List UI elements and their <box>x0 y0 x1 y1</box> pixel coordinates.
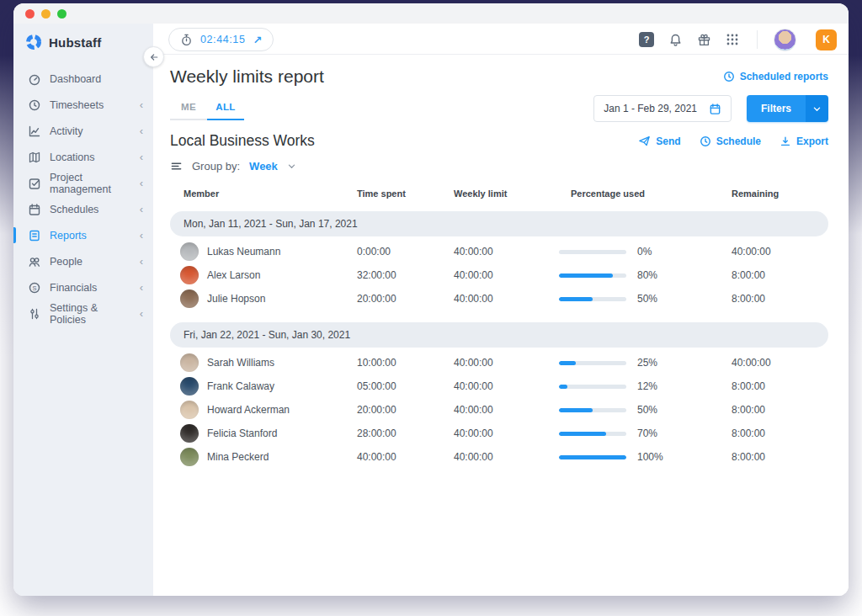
chevron-left-icon: ‹ <box>140 256 143 267</box>
schedule-button[interactable]: Schedule <box>700 135 761 147</box>
filters-button[interactable]: Filters <box>747 95 806 122</box>
member-cell: Julie Hopson <box>170 289 357 308</box>
member-name: Mina Peckerd <box>207 451 269 463</box>
send-button[interactable]: Send <box>638 135 680 147</box>
tab-me[interactable]: ME <box>170 102 207 120</box>
member-cell: Sarah Williams <box>170 353 357 372</box>
table-row[interactable]: Mina Peckerd40:00:0040:00:00100%8:00:00 <box>170 445 828 469</box>
sidebar-item-locations[interactable]: Locations ‹ <box>13 144 153 170</box>
sidebar-item-label: Settings & Policies <box>50 302 131 326</box>
sidebar-item-dashboard[interactable]: Dashboard <box>13 66 153 92</box>
sidebar-collapse-button[interactable] <box>143 46 164 67</box>
sidebar-item-settings-policies[interactable]: Settings & Policies ‹ <box>13 300 153 327</box>
remaining-cell: 8:00:00 <box>732 451 828 463</box>
member-cell: Alex Larson <box>170 266 357 284</box>
window-titlebar <box>13 3 849 24</box>
gift-icon[interactable] <box>697 33 711 47</box>
sidebar-item-reports[interactable]: Reports ‹ <box>13 222 153 248</box>
time-spent-cell: 20:00:00 <box>357 404 454 416</box>
report-table-body: Mon, Jan 11, 2021 - Sun, Jan 17, 2021Luk… <box>170 211 828 469</box>
logo-text: Hubstaff <box>49 35 101 50</box>
logo[interactable]: Hubstaff <box>13 24 153 57</box>
notifications-bell-icon[interactable] <box>668 33 683 47</box>
progress-bar <box>559 385 626 389</box>
chevron-left-icon: ‹ <box>140 151 143 162</box>
project-management-icon <box>28 177 41 190</box>
remaining-cell: 8:00:00 <box>732 380 828 392</box>
percent-label: 50% <box>637 404 657 416</box>
filters-dropdown-button[interactable] <box>806 95 828 122</box>
progress-bar <box>559 432 626 436</box>
member-name: Sarah Williams <box>207 357 274 369</box>
table-group: Fri, Jan 22, 2021 - Sun, Jan 30, 2021Sar… <box>170 322 828 469</box>
progress-bar <box>559 455 626 459</box>
organization-badge[interactable]: K <box>816 29 837 50</box>
export-button[interactable]: Export <box>780 135 828 147</box>
help-icon[interactable]: ? <box>639 32 654 47</box>
chevron-left-icon: ‹ <box>140 125 143 136</box>
percentage-cell: 100% <box>559 451 732 463</box>
send-icon <box>638 135 651 147</box>
weekly-limit-cell: 40:00:00 <box>454 293 559 305</box>
minimize-window-button[interactable] <box>41 9 51 19</box>
filters-split-button: Filters <box>747 95 828 122</box>
chevron-down-icon[interactable] <box>287 162 296 171</box>
date-range-picker[interactable]: Jan 1 - Feb 29, 2021 <box>593 95 732 122</box>
member-cell: Felicia Stanford <box>170 424 357 443</box>
sidebar-item-schedules[interactable]: Schedules ‹ <box>13 196 153 222</box>
sidebar-item-financials[interactable]: S Financials ‹ <box>13 274 153 300</box>
table-row[interactable]: Sarah Williams10:00:0040:00:0025%40:00:0… <box>170 351 828 374</box>
percent-label: 12% <box>637 380 657 392</box>
remaining-cell: 8:00:00 <box>732 293 828 305</box>
table-row[interactable]: Howard Ackerman20:00:0040:00:0050%8:00:0… <box>170 398 828 422</box>
sidebar-item-activity[interactable]: Activity ‹ <box>13 118 153 144</box>
percent-label: 100% <box>637 451 663 463</box>
group-header-row: Fri, Jan 22, 2021 - Sun, Jan 30, 2021 <box>170 322 828 348</box>
tab-all[interactable]: ALL <box>207 102 244 120</box>
topbar: 02:44:15 ↗ ? K <box>153 24 849 55</box>
percentage-cell: 12% <box>559 380 732 392</box>
sidebar-item-people[interactable]: People ‹ <box>13 248 153 274</box>
activity-icon <box>28 125 41 138</box>
table-row[interactable]: Frank Calaway05:00:0040:00:0012%8:00:00 <box>170 374 828 398</box>
avatar <box>180 448 199 466</box>
svg-text:S: S <box>32 284 36 291</box>
dashboard-icon <box>28 72 41 86</box>
group-by-value[interactable]: Week <box>249 160 278 173</box>
arrow-left-icon <box>149 52 159 62</box>
avatar <box>180 377 199 396</box>
percentage-cell: 50% <box>559 293 732 305</box>
progress-bar-fill <box>559 297 593 301</box>
maximize-window-button[interactable] <box>57 9 67 19</box>
weekly-limit-cell: 40:00:00 <box>454 404 559 416</box>
group-by-lines-icon[interactable] <box>170 160 183 173</box>
sidebar: Hubstaff Dashboard Timesheets ‹ Activity… <box>13 24 153 596</box>
percentage-cell: 70% <box>559 427 732 439</box>
chevron-left-icon: ‹ <box>140 308 143 319</box>
user-avatar[interactable] <box>774 29 796 51</box>
column-header: Percentage used <box>559 189 732 199</box>
table-row[interactable]: Alex Larson32:00:0040:00:0080%8:00:00 <box>170 263 828 287</box>
organization-name: Local Business Works <box>170 132 315 150</box>
table-row[interactable]: Felicia Stanford28:00:0040:00:0070%8:00:… <box>170 422 828 445</box>
settings-icon <box>28 307 41 321</box>
table-row[interactable]: Lukas Neumann0:00:0040:00:000%40:00:00 <box>170 240 828 263</box>
avatar <box>180 424 199 443</box>
member-name: Alex Larson <box>207 269 260 281</box>
remaining-cell: 8:00:00 <box>732 269 828 281</box>
member-name: Julie Hopson <box>207 293 265 305</box>
scheduled-reports-link[interactable]: Scheduled reports <box>723 71 828 82</box>
avatar <box>180 289 199 308</box>
chevron-left-icon: ‹ <box>140 99 143 110</box>
download-icon <box>780 135 791 147</box>
time-spent-cell: 05:00:00 <box>357 380 454 392</box>
member-name: Felicia Stanford <box>207 427 277 439</box>
timer-widget[interactable]: 02:44:15 ↗ <box>168 28 274 51</box>
table-row[interactable]: Julie Hopson20:00:0040:00:0050%8:00:00 <box>170 287 828 311</box>
close-window-button[interactable] <box>25 9 35 19</box>
apps-grid-icon[interactable] <box>726 33 739 46</box>
member-name: Lukas Neumann <box>207 246 280 258</box>
sidebar-item-label: People <box>50 256 82 268</box>
sidebar-item-timesheets[interactable]: Timesheets ‹ <box>13 92 153 118</box>
sidebar-item-project-management[interactable]: Project management ‹ <box>13 170 153 196</box>
